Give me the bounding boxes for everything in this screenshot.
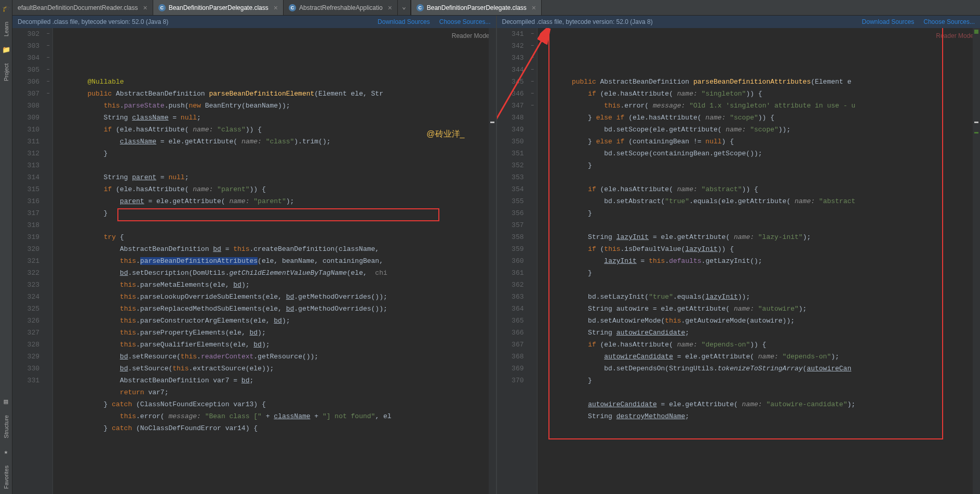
code-line[interactable]: if (ele.hasAttribute( name: "singleton")… — [540, 88, 981, 100]
code-line[interactable]: AbstractBeanDefinition bd = this.createB… — [55, 243, 496, 255]
fold-toggle-icon[interactable]: − — [44, 64, 52, 76]
code-line[interactable]: autowireCandidate = ele.getAttribute( na… — [540, 398, 981, 410]
code-line[interactable]: } catch (ClassNotFoundException var13) { — [55, 398, 496, 410]
choose-sources-link[interactable]: Choose Sources... — [923, 18, 975, 25]
close-icon[interactable]: × — [274, 4, 278, 12]
code-line[interactable]: String className = null; — [55, 112, 496, 124]
code-line[interactable]: parent = ele.getAttribute( name: "parent… — [55, 195, 496, 207]
code-line[interactable] — [540, 386, 981, 398]
code-line[interactable]: this.parseConstructorArgElements(ele, bd… — [55, 315, 496, 327]
reader-mode-badge[interactable]: Reader Mode — [452, 30, 490, 42]
code-line[interactable]: @Nullable — [55, 76, 496, 88]
code-line[interactable]: AbstractBeanDefinition var7 = bd; — [55, 375, 496, 386]
code-line[interactable]: this.parsePropertyElements(ele, bd); — [55, 327, 496, 339]
favorites-icon[interactable]: ★ — [2, 448, 10, 456]
code-line[interactable] — [55, 159, 496, 171]
download-sources-link[interactable]: Download Sources — [862, 18, 915, 25]
code-line[interactable]: bd.setSource(this.extractSource(ele)); — [55, 363, 496, 375]
code-line[interactable]: String parent = null; — [55, 171, 496, 183]
code-line[interactable] — [540, 279, 981, 291]
fold-toggle-icon[interactable]: − — [528, 64, 537, 76]
code-line[interactable]: } — [55, 148, 496, 159]
project-icon[interactable]: 📁 — [2, 46, 10, 54]
marker-strip-right[interactable] — [973, 28, 980, 494]
close-icon[interactable]: × — [143, 4, 147, 12]
code-line[interactable]: } catch (NoClassDefFoundError var14) { — [55, 422, 496, 434]
fold-toggle-icon[interactable]: − — [528, 40, 537, 52]
code-line[interactable] — [540, 219, 981, 231]
fold-toggle-icon[interactable]: − — [44, 28, 52, 40]
code-line[interactable]: String autowire = ele.getAttribute( name… — [540, 303, 981, 315]
code-line[interactable]: bd.setScope(containingBean.getScope()); — [540, 148, 981, 159]
code-line[interactable] — [540, 64, 981, 76]
code-line[interactable]: this.parseState.push(new BeanEntry(beanN… — [55, 100, 496, 112]
code-line[interactable]: this.parseQualifierElements(ele, bd); — [55, 339, 496, 351]
download-sources-link[interactable]: Download Sources — [378, 18, 430, 25]
code-line[interactable]: return var7; — [55, 386, 496, 398]
code-line[interactable]: this.parseMetaElements(ele, bd); — [55, 279, 496, 291]
code-line[interactable]: if (ele.hasAttribute( name: "class")) { — [55, 124, 496, 136]
code-line[interactable] — [55, 219, 496, 231]
code-line[interactable]: autowireCandidate = ele.getAttribute( na… — [540, 351, 981, 363]
rail-favorites[interactable]: Favorites — [2, 460, 10, 494]
close-icon[interactable]: × — [388, 4, 392, 12]
code-line[interactable]: this.parseLookupOverrideSubElements(ele,… — [55, 291, 496, 303]
tab-left-0[interactable]: efaultBeanDefinitionDocumentReader.class… — [12, 0, 153, 15]
fold-toggle-icon[interactable]: − — [44, 52, 52, 64]
code-line[interactable]: if (ele.hasAttribute( name: "parent")) { — [55, 183, 496, 195]
code-line[interactable]: bd.setDescription(DomUtils.getChildEleme… — [55, 267, 496, 279]
code-line[interactable]: bd.setDependsOn(StringUtils.tokenizeToSt… — [540, 363, 981, 375]
rail-learn[interactable]: Learn — [2, 17, 10, 42]
code-line[interactable]: bd.setScope(ele.getAttribute( name: "sco… — [540, 124, 981, 136]
fold-toggle-icon[interactable]: − — [528, 76, 537, 88]
code-line[interactable]: this.error( message: "Old 1.x 'singleton… — [540, 100, 981, 112]
fold-toggle-icon[interactable]: − — [528, 100, 537, 112]
code-line[interactable]: } — [540, 159, 981, 171]
tab-right-0[interactable]: CBeanDefinitionParserDelegate.class× — [411, 0, 542, 15]
code-line[interactable]: bd.setResource(this.readerContext.getRes… — [55, 351, 496, 363]
code-line[interactable]: String autowireCandidate; — [540, 327, 981, 339]
fold-toggle-icon[interactable]: − — [44, 40, 52, 52]
fold-gutter-right[interactable]: −−−−−−− — [528, 28, 538, 494]
structure-icon[interactable]: ▤ — [2, 397, 10, 406]
code-line[interactable]: } — [540, 267, 981, 279]
close-icon[interactable]: × — [532, 4, 536, 12]
code-line[interactable]: bd.setLazyInit("true".equals(lazyInit)); — [540, 291, 981, 303]
code-line[interactable]: } else if (containingBean != null) { — [540, 136, 981, 148]
marker-strip-left[interactable] — [489, 28, 496, 494]
code-line[interactable]: } else if (ele.hasAttribute( name: "scop… — [540, 112, 981, 124]
code-line[interactable]: bd.setAutowireMode(this.getAutowireMode(… — [540, 315, 981, 327]
code-line[interactable]: try { — [55, 231, 496, 243]
code-line[interactable]: } — [540, 207, 981, 219]
code-line[interactable]: } — [55, 207, 496, 219]
tab-left-2[interactable]: CAbstractRefreshableApplicatio× — [284, 0, 398, 15]
code-line[interactable]: this.error( message: "Bean class [" + cl… — [55, 410, 496, 422]
code-line[interactable]: if (ele.hasAttribute( name: "abstract"))… — [540, 183, 981, 195]
tabs-overflow-dropdown[interactable]: ⌄ — [398, 0, 410, 15]
fold-toggle-icon[interactable]: − — [528, 52, 537, 64]
fold-gutter-left[interactable]: −−−−−− — [44, 28, 53, 494]
code-line[interactable]: this.parseBeanDefinitionAttributes(ele, … — [55, 255, 496, 267]
fold-toggle-icon[interactable]: − — [44, 88, 52, 100]
rail-structure[interactable]: Structure — [2, 410, 10, 444]
code-line[interactable]: String destroyMethodName; — [540, 410, 981, 422]
code-line[interactable]: } — [540, 375, 981, 386]
fold-toggle-icon[interactable]: − — [528, 88, 537, 100]
code-line[interactable]: public AbstractBeanDefinition parseBeanD… — [55, 88, 496, 100]
code-line[interactable]: bd.setAbstract("true".equals(ele.getAttr… — [540, 195, 981, 207]
learn-icon[interactable]: 🎓 — [2, 4, 10, 12]
reader-mode-badge[interactable]: Reader Mode — [936, 30, 974, 42]
code-line[interactable]: lazyInit = this.defaults.getLazyInit(); — [540, 255, 981, 267]
code-line[interactable]: String lazyInit = ele.getAttribute( name… — [540, 231, 981, 243]
code-area-left[interactable]: Reader Mode @砖业洋_ @Nullable public Abstr… — [53, 28, 496, 494]
choose-sources-link[interactable]: Choose Sources... — [439, 18, 491, 25]
fold-toggle-icon[interactable]: − — [528, 28, 537, 40]
code-area-right[interactable]: Reader Mode public AbstractBeanDefinitio… — [538, 28, 981, 494]
code-line[interactable] — [540, 171, 981, 183]
code-line[interactable]: className = ele.getAttribute( name: "cla… — [55, 136, 496, 148]
code-line[interactable]: if (ele.hasAttribute( name: "depends-on"… — [540, 339, 981, 351]
tab-left-1[interactable]: CBeanDefinitionParserDelegate.class× — [153, 0, 284, 15]
code-line[interactable]: if (this.isDefaultValue(lazyInit)) { — [540, 243, 981, 255]
fold-toggle-icon[interactable]: − — [44, 76, 52, 88]
rail-project[interactable]: Project — [2, 58, 10, 86]
